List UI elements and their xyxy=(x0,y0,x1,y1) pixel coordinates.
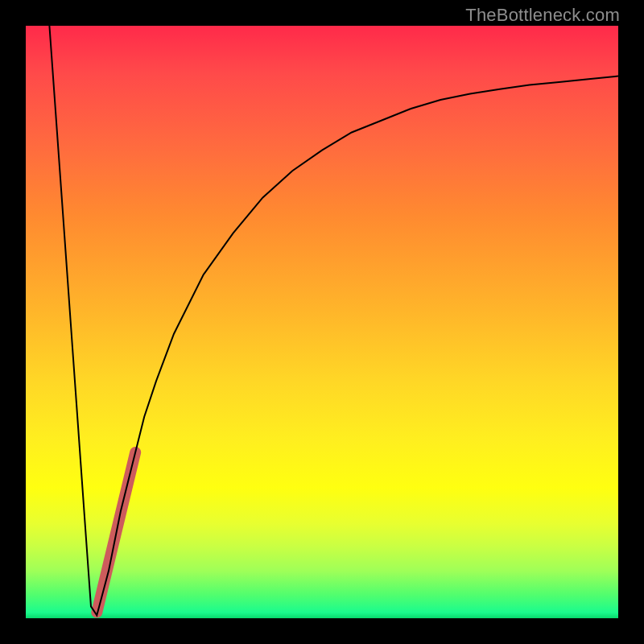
chart-frame: TheBottleneck.com xyxy=(0,0,644,644)
chart-svg xyxy=(26,26,618,618)
watermark-text: TheBottleneck.com xyxy=(465,5,620,26)
bottleneck-curve xyxy=(49,26,618,615)
plot-area xyxy=(26,26,618,618)
